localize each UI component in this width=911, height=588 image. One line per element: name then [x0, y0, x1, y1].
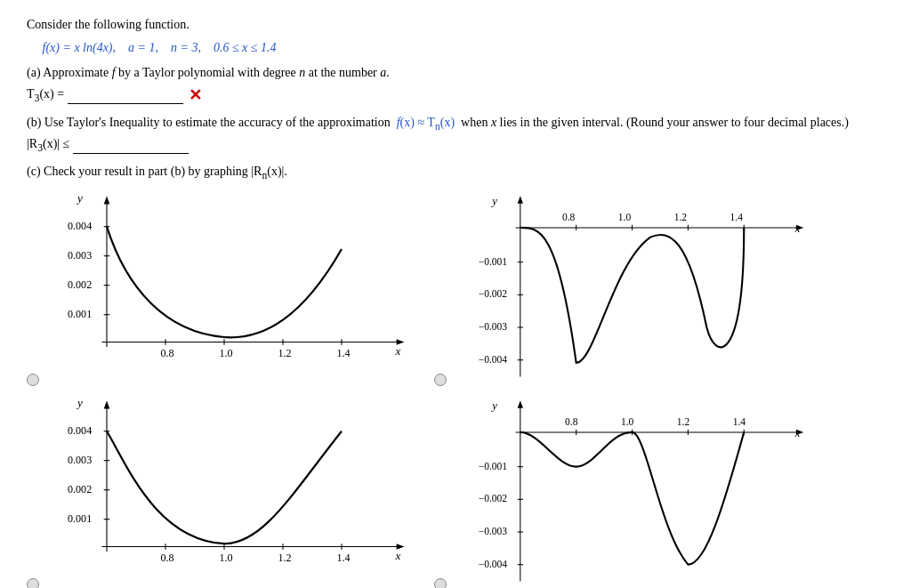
- svg-text:1.2: 1.2: [278, 347, 291, 359]
- top-right-radio[interactable]: [434, 374, 447, 386]
- svg-text:y: y: [490, 399, 497, 411]
- svg-text:x: x: [394, 343, 400, 357]
- svg-text:−0.004: −0.004: [479, 558, 508, 568]
- bottom-graphs-row: y x 0.004 0.003 0.002 0.001: [27, 395, 884, 588]
- r3-input[interactable]: [73, 137, 189, 154]
- svg-text:1.2: 1.2: [674, 211, 688, 222]
- svg-text:−0.001: −0.001: [479, 460, 508, 471]
- part-a: (a) Approximate f by a Taylor polynomial…: [27, 66, 884, 105]
- function-definition: f(x) = x ln(4x), a = 1, n = 3, 0.6 ≤ x ≤…: [27, 41, 884, 55]
- r3-input-line: |R3(x)| ≤: [27, 137, 884, 154]
- svg-text:0.003: 0.003: [68, 454, 92, 466]
- bottom-right-radio[interactable]: [434, 578, 447, 588]
- part-b: (b) Use Taylor's Inequality to estimate …: [27, 116, 884, 154]
- part-a-label: (a) Approximate f by a Taylor polynomial…: [27, 66, 390, 79]
- top-right-graph: y x −0.001 −0.002 −0.003 −0.0: [450, 190, 833, 386]
- svg-marker-48: [104, 400, 110, 408]
- svg-text:−0.004: −0.004: [479, 353, 508, 364]
- bottom-right-graph: y x −0.001 −0.002 −0.003 −0.0: [450, 395, 833, 588]
- t3-label: T3(x) =: [27, 87, 68, 104]
- top-left-graph: y x 0.004 0.003 0.002 0.001: [43, 190, 425, 386]
- svg-text:1.4: 1.4: [730, 211, 744, 222]
- svg-text:0.8: 0.8: [160, 552, 173, 564]
- t3-input-line: T3(x) = ✕: [27, 85, 884, 105]
- svg-text:0.002: 0.002: [68, 278, 92, 291]
- svg-text:1.2: 1.2: [677, 415, 690, 426]
- bottom-left-radio[interactable]: [27, 578, 39, 588]
- graphs-section: y x 0.004 0.003 0.002 0.001: [27, 190, 884, 588]
- intro-text: Consider the following function.: [27, 18, 884, 32]
- function-text: f(x) = x ln(4x), a = 1, n = 3, 0.6 ≤ x ≤…: [43, 41, 277, 54]
- svg-text:0.002: 0.002: [68, 483, 92, 495]
- svg-text:1.0: 1.0: [618, 211, 632, 222]
- svg-text:0.8: 0.8: [562, 211, 576, 222]
- svg-text:−0.003: −0.003: [479, 321, 508, 332]
- svg-marker-4: [104, 196, 110, 204]
- wrong-mark: ✕: [189, 85, 202, 105]
- svg-text:x: x: [394, 548, 400, 561]
- svg-text:0.004: 0.004: [68, 220, 92, 232]
- svg-text:1.2: 1.2: [278, 552, 291, 564]
- bottom-left-graph-unit: y x 0.004 0.003 0.002 0.001: [27, 395, 425, 588]
- svg-text:1.4: 1.4: [337, 347, 351, 359]
- svg-text:0.8: 0.8: [565, 415, 578, 426]
- bottom-left-graph: y x 0.004 0.003 0.002 0.001: [43, 395, 425, 588]
- svg-text:y: y: [490, 194, 497, 206]
- top-right-graph-unit: y x −0.001 −0.002 −0.003 −0.0: [434, 190, 833, 386]
- svg-text:1.0: 1.0: [220, 552, 233, 564]
- svg-text:0.003: 0.003: [68, 249, 92, 262]
- svg-text:1.4: 1.4: [733, 415, 746, 426]
- svg-marker-26: [518, 196, 523, 203]
- t3-input[interactable]: [68, 87, 183, 104]
- r3-label: |R3(x)| ≤: [27, 137, 73, 154]
- svg-text:1.0: 1.0: [621, 415, 634, 426]
- svg-text:y: y: [76, 191, 83, 205]
- svg-text:1.0: 1.0: [220, 347, 233, 359]
- top-left-graph-unit: y x 0.004 0.003 0.002 0.001: [27, 190, 425, 386]
- svg-marker-70: [518, 400, 523, 407]
- svg-text:0.001: 0.001: [68, 512, 92, 525]
- svg-text:−0.003: −0.003: [479, 526, 508, 536]
- svg-text:1.4: 1.4: [337, 552, 351, 564]
- part-a-text: (a) Approximate f by a Taylor polynomial…: [27, 66, 884, 80]
- part-c-text: (c) Check your result in part (b) by gra…: [27, 165, 884, 181]
- top-left-radio[interactable]: [27, 374, 39, 386]
- top-graphs-row: y x 0.004 0.003 0.002 0.001: [27, 190, 884, 386]
- svg-text:0.004: 0.004: [68, 424, 92, 437]
- svg-text:−0.002: −0.002: [479, 493, 508, 503]
- svg-text:y: y: [76, 396, 83, 409]
- svg-text:0.001: 0.001: [68, 308, 92, 320]
- part-b-text: (b) Use Taylor's Inequality to estimate …: [27, 116, 884, 133]
- part-c: (c) Check your result in part (b) by gra…: [27, 165, 884, 181]
- svg-text:−0.002: −0.002: [479, 288, 508, 299]
- svg-text:0.8: 0.8: [160, 347, 173, 359]
- svg-text:−0.001: −0.001: [479, 255, 508, 266]
- bottom-right-graph-unit: y x −0.001 −0.002 −0.003 −0.0: [434, 395, 833, 588]
